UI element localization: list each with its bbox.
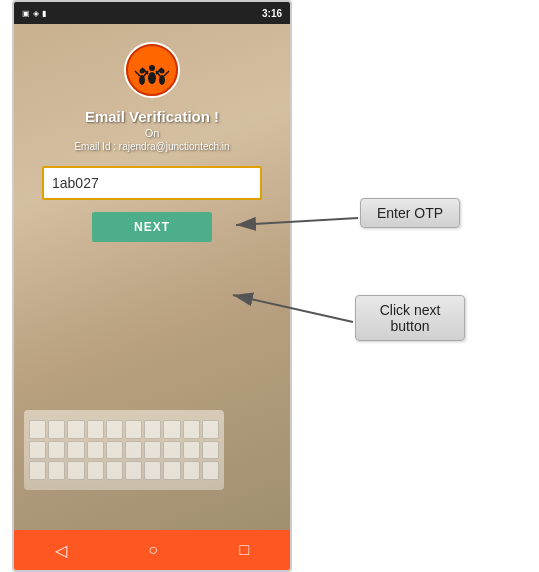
otp-input[interactable]: [52, 175, 252, 191]
click-next-callout: Click next button: [355, 295, 465, 341]
svg-point-7: [140, 69, 145, 74]
svg-point-3: [149, 65, 155, 71]
svg-point-2: [148, 72, 156, 84]
svg-point-11: [160, 69, 165, 74]
otp-input-container: [42, 166, 262, 200]
phone-content: Email Verification ! On Email Id : rajen…: [14, 24, 290, 530]
app-logo: [124, 42, 180, 98]
home-icon[interactable]: ○: [148, 541, 158, 559]
signal-icon: ▣: [22, 9, 30, 18]
wifi-icon: ◈: [33, 9, 39, 18]
status-bar: ▣ ◈ ▮ 3:16: [14, 2, 290, 24]
content-overlay: Email Verification ! On Email Id : rajen…: [14, 24, 290, 530]
on-label: On: [145, 127, 160, 139]
svg-point-6: [139, 75, 145, 85]
status-icons: ▣ ◈ ▮: [22, 9, 46, 18]
click-next-line2: button: [391, 318, 430, 334]
svg-point-10: [159, 75, 165, 85]
back-icon[interactable]: ◁: [55, 541, 67, 560]
enter-otp-callout: Enter OTP: [360, 198, 460, 228]
click-next-line1: Click next: [380, 302, 441, 318]
battery-icon: ▮: [42, 9, 46, 18]
email-label: Email Id : rajendra@junctiontech.in: [74, 141, 229, 152]
status-time: 3:16: [262, 8, 282, 19]
page-title: Email Verification !: [85, 108, 219, 125]
navigation-bar: ◁ ○ □: [14, 530, 290, 570]
next-button[interactable]: NEXT: [92, 212, 212, 242]
phone-frame: ▣ ◈ ▮ 3:16: [12, 0, 292, 572]
recent-apps-icon[interactable]: □: [240, 541, 250, 559]
